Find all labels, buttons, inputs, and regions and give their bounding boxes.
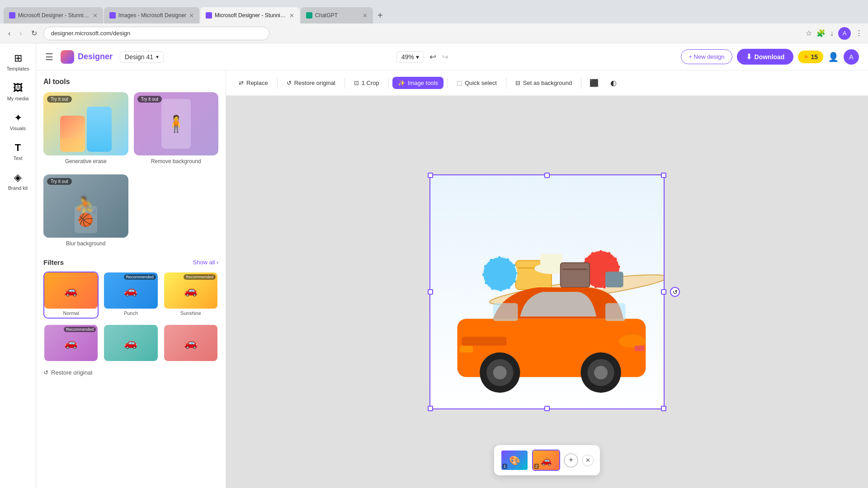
toolbar-divider-4 bbox=[447, 78, 448, 89]
browser-tab-3[interactable]: Microsoft Designer - Stunning... ✕ bbox=[200, 7, 300, 23]
rail-item-my-media[interactable]: 🖼 My media bbox=[2, 79, 34, 105]
image-toolbar: ⇄ Replace ↺ Restore original ⊡ 1 Crop bbox=[226, 70, 868, 96]
blur-background-label: Blur background bbox=[43, 238, 128, 249]
handle-tc[interactable] bbox=[544, 173, 550, 178]
set-bg-icon: ⊟ bbox=[515, 80, 520, 86]
handle-tr[interactable] bbox=[661, 173, 666, 178]
blur-background-card[interactable]: ⛹ 🏀 Try it out Blur background bbox=[43, 174, 128, 249]
remove-background-label: Remove background bbox=[134, 155, 219, 167]
rotate-handle[interactable]: ↺ bbox=[670, 287, 680, 297]
tab2-close[interactable]: ✕ bbox=[189, 12, 194, 19]
remove-background-card[interactable]: 🧍 Try it out Remove background bbox=[134, 92, 219, 167]
generative-erase-label: Generative erase bbox=[43, 155, 128, 167]
show-all-link[interactable]: Show all › bbox=[193, 259, 218, 266]
workspace: AI tools bbox=[36, 70, 868, 488]
replace-button[interactable]: ⇄ Replace bbox=[233, 77, 274, 89]
crop-button[interactable]: ⊡ 1 Crop bbox=[349, 77, 385, 89]
browser-tab-4[interactable]: ChatGPT ✕ bbox=[301, 7, 373, 23]
new-tab-button[interactable]: + bbox=[374, 7, 387, 23]
logo-area: Designer bbox=[61, 50, 113, 64]
tab1-close[interactable]: ✕ bbox=[93, 12, 98, 19]
quick-select-button[interactable]: ⬚ Quick select bbox=[451, 77, 502, 89]
share-button[interactable]: 👤 bbox=[828, 52, 839, 62]
filter-extra-2[interactable]: 🚗 bbox=[103, 324, 158, 362]
zoom-chevron-icon: ▾ bbox=[416, 53, 419, 61]
restore-icon: ↺ bbox=[43, 369, 48, 376]
zoom-control[interactable]: 49% ▾ bbox=[396, 51, 424, 63]
color-adjust-button[interactable]: ◐ bbox=[606, 76, 621, 90]
handle-mr[interactable] bbox=[661, 289, 666, 295]
hamburger-button[interactable]: ☰ bbox=[45, 52, 53, 62]
reload-button[interactable]: ↻ bbox=[28, 27, 40, 39]
browser-tab-2[interactable]: Images - Microsoft Designer ✕ bbox=[104, 7, 199, 23]
app-header: ☰ Designer Design 41 ▾ 49% ▾ ↩ ↪ bbox=[36, 43, 868, 70]
handle-tl[interactable] bbox=[428, 173, 433, 178]
toolbar-divider-2 bbox=[344, 78, 345, 89]
filter-normal-label: Normal bbox=[44, 309, 98, 318]
replace-label: Replace bbox=[246, 80, 268, 86]
canvas-frame[interactable]: ↺ bbox=[429, 174, 665, 409]
tab4-close[interactable]: ✕ bbox=[363, 12, 368, 19]
set-as-background-button[interactable]: ⊟ Set as background bbox=[510, 77, 577, 89]
filter-extra-1[interactable]: 🚗 Recommended bbox=[43, 324, 99, 362]
menu-icon[interactable]: ⋮ bbox=[855, 29, 863, 38]
design-name-control[interactable]: Design 41 ▾ bbox=[120, 51, 164, 63]
downloads-icon[interactable]: ↓ bbox=[830, 29, 834, 38]
handle-bl[interactable] bbox=[428, 406, 433, 411]
chevron-down-icon: ▾ bbox=[156, 54, 159, 60]
generative-erase-card[interactable]: Try it out Generative erase bbox=[43, 92, 128, 167]
rail-item-templates[interactable]: ⊞ Templates bbox=[2, 49, 34, 75]
svg-point-20 bbox=[594, 366, 608, 380]
page-thumb-1[interactable]: 🎨 1 bbox=[500, 450, 528, 471]
canvas-area: ↺ 🎨 1 🚗 2 bbox=[226, 96, 868, 488]
undo-button[interactable]: ↩ bbox=[429, 52, 436, 62]
handle-bc[interactable] bbox=[544, 406, 550, 411]
crop-label: 1 Crop bbox=[362, 80, 379, 86]
image-tools-label: Image tools bbox=[408, 80, 438, 86]
brand-icon: ◈ bbox=[14, 172, 22, 183]
quick-select-icon: ⬚ bbox=[457, 80, 462, 86]
new-design-button[interactable]: + New design bbox=[681, 49, 732, 64]
handle-br[interactable] bbox=[661, 406, 666, 411]
rail-item-brand[interactable]: ◈ Brand kit bbox=[2, 168, 34, 194]
restore-original-link[interactable]: ↺ Restore original bbox=[43, 369, 218, 376]
address-bar[interactable] bbox=[43, 27, 269, 40]
svg-rect-10 bbox=[563, 268, 588, 270]
restore-label: Restore original bbox=[51, 369, 92, 376]
user-avatar[interactable]: A bbox=[844, 49, 859, 65]
filter-normal[interactable]: 🚗 Normal bbox=[43, 272, 99, 319]
close-thumbnails-button[interactable]: ✕ bbox=[582, 455, 594, 466]
star-icon[interactable]: ☆ bbox=[806, 29, 812, 38]
profile-icon[interactable]: A bbox=[838, 27, 851, 40]
toolbar-divider-3 bbox=[388, 78, 389, 89]
tab3-close[interactable]: ✕ bbox=[289, 12, 294, 19]
coin-icon: ✦ bbox=[803, 53, 809, 61]
rail-item-text[interactable]: T Text bbox=[2, 138, 34, 164]
download-label: Download bbox=[755, 53, 785, 61]
adjustments-button[interactable]: ⬛ bbox=[585, 76, 603, 90]
visuals-icon: ✦ bbox=[14, 112, 22, 124]
redo-button[interactable]: ↪ bbox=[442, 52, 448, 62]
browser-tab-1[interactable]: Microsoft Designer - Stunning... ✕ bbox=[4, 7, 103, 23]
toolbar-divider-1 bbox=[277, 78, 278, 89]
blur-bg-try-it-badge: Try it out bbox=[47, 178, 72, 185]
svg-rect-9 bbox=[561, 263, 590, 288]
handle-ml[interactable] bbox=[428, 289, 433, 295]
filter-extra1-recommended-badge: Recommended bbox=[64, 327, 96, 332]
restore-original-button[interactable]: ↺ Restore original bbox=[281, 77, 341, 89]
filter-extra-3[interactable]: 🚗 bbox=[163, 324, 218, 362]
filter-punch[interactable]: 🚗 Recommended Punch bbox=[103, 272, 158, 319]
set-as-background-label: Set as background bbox=[523, 80, 572, 86]
rail-item-visuals[interactable]: ✦ Visuals bbox=[2, 108, 34, 135]
forward-button[interactable]: › bbox=[17, 28, 24, 39]
toolbar-divider-5 bbox=[506, 78, 506, 89]
back-button[interactable]: ‹ bbox=[5, 28, 13, 39]
filter-sunshine[interactable]: 🚗 Recommended Sunshine bbox=[163, 272, 218, 319]
image-tools-button[interactable]: ✨ Image tools bbox=[392, 77, 443, 89]
add-page-button[interactable]: + bbox=[564, 453, 578, 468]
download-button[interactable]: ⬇ Download bbox=[737, 49, 794, 65]
page-thumb-2[interactable]: 🚗 2 bbox=[532, 450, 560, 471]
download-icon: ⬇ bbox=[746, 52, 752, 61]
extensions-icon[interactable]: 🧩 bbox=[816, 29, 826, 38]
generative-erase-try-it-badge: Try it out bbox=[47, 96, 72, 103]
